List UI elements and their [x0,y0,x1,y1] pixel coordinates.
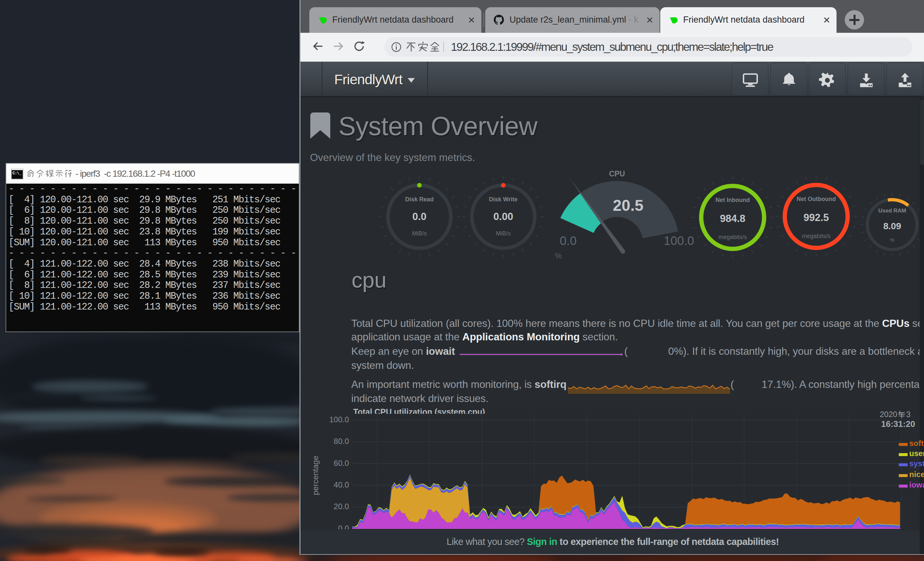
svg-text:0.0: 0.0 [412,211,426,222]
svg-text:Net Outbound: Net Outbound [796,196,836,202]
svg-text:0.00: 0.00 [494,211,513,222]
svg-text:megabits/s: megabits/s [802,233,830,239]
svg-text:%: % [890,237,894,243]
svg-text:Net Inbound: Net Inbound [716,197,750,203]
svg-text:%: % [555,251,562,260]
svg-text:20.5: 20.5 [613,197,643,214]
svg-text:MiB/s: MiB/s [496,230,511,237]
svg-text:MiB/s: MiB/s [412,230,427,237]
svg-text:0.0: 0.0 [560,234,576,248]
svg-text:Used RAM: Used RAM [878,208,906,214]
svg-text:984.8: 984.8 [720,213,746,224]
svg-text:8.09: 8.09 [884,221,902,231]
svg-text:Disk Read: Disk Read [405,196,434,203]
svg-text:megabits/s: megabits/s [718,234,747,240]
svg-text:992.5: 992.5 [803,212,829,223]
svg-text:CPU: CPU [609,170,625,178]
svg-text:Disk Write: Disk Write [489,196,518,203]
svg-text:100.0: 100.0 [664,234,694,248]
